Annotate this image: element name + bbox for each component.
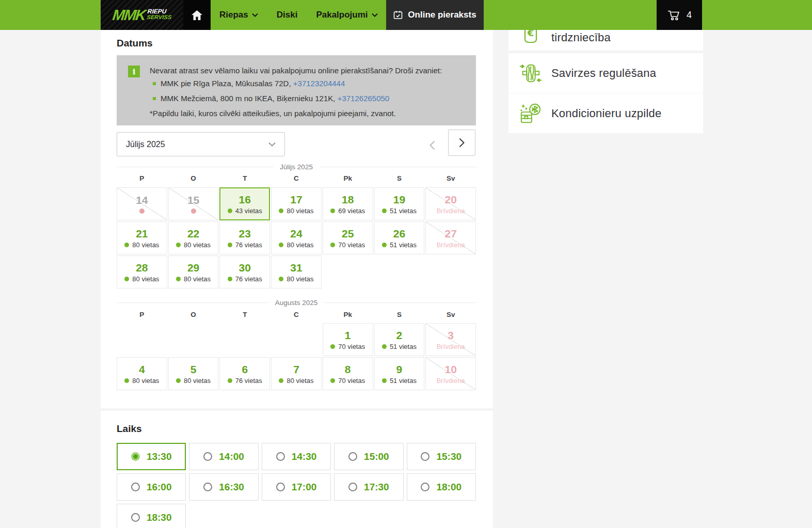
day-of-week-label: C [271,311,322,318]
chevron-down-icon [268,142,276,147]
day-number: 2 [396,329,403,342]
availability-text: 80 vietas [184,241,211,249]
laiks-title: Laiks [117,423,142,435]
pink-dot-icon [139,209,145,214]
availability-text: 80 vietas [184,275,211,283]
time-slot-15-00[interactable]: 15:00 [334,443,403,470]
next-month-button[interactable] [448,130,475,156]
calendar-month-divider: Jūlijs 2025 [117,163,476,171]
time-slot-14-30[interactable]: 14:30 [262,443,331,470]
calendar-month-label: Jūlijs 2025 [280,163,313,171]
time-slot-label: 18:00 [436,482,461,493]
calendar-day-9[interactable]: 951 vietas [374,357,425,390]
calendar-day-4[interactable]: 480 vietas [117,357,167,390]
info-box: i Nevarat atrast sev vēlamo laiku vai pa… [117,55,476,125]
day-number: 8 [345,363,351,376]
calendar-day-23[interactable]: 2376 vietas [219,221,270,254]
sidebar-card-kondicionieru-uzpilde[interactable]: Kondicionieru uzpilde [508,93,703,133]
time-slot-label: 13:30 [147,451,172,462]
online-pieraksts-label: Online pieraksts [408,10,476,20]
calendar-day-empty [425,255,476,289]
time-slot-grid: 13:3014:0014:3015:0015:3016:0016:3017:00… [117,443,476,528]
green-dot-icon [228,209,232,213]
time-slot-label: 18:30 [147,512,172,523]
calendar-day-19[interactable]: 1951 vietas [374,187,425,220]
time-slot-15-30[interactable]: 15:30 [407,443,476,470]
calendar-day-7[interactable]: 780 vietas [271,357,322,390]
day-of-week-label: P [117,174,167,182]
availability-text: 80 vietas [286,275,313,283]
time-slot-17-30[interactable]: 17:30 [334,473,403,501]
availability-text: 51 vietas [390,343,417,350]
calendar-day-26[interactable]: 2651 vietas [374,221,425,254]
day-of-week-label: S [374,174,425,182]
day-availability: 76 vietas [228,275,262,283]
calendar-day-21[interactable]: 2180 vietas [117,221,167,254]
chevron-right-icon [459,138,465,148]
calendar-day-25[interactable]: 2570 vietas [323,221,373,254]
nav-item-diski[interactable]: Diski [277,10,298,20]
day-availability: 80 vietas [124,275,159,283]
time-slot-13-30[interactable]: 13:30 [117,443,186,470]
time-slot-18-30[interactable]: 18:30 [117,504,186,528]
time-slot-18-00[interactable]: 18:00 [407,473,476,501]
calendar-day-2[interactable]: 251 vietas [374,323,425,356]
prev-month-button[interactable] [425,135,439,155]
calendar-day-16[interactable]: 1643 vietas [219,187,270,220]
green-dot-icon [176,243,181,247]
home-icon [192,10,202,20]
green-dot-icon [228,277,232,281]
cart-button[interactable]: 4 [657,0,702,30]
top-nav: MMK RIEPU SERVISS RiepasDiskiPakalpojumi… [0,0,812,30]
online-pieraksts-button[interactable]: Online pieraksts [386,0,484,30]
day-number: 19 [393,194,405,206]
calendar-day-5[interactable]: 580 vietas [168,357,219,390]
logo[interactable]: MMK RIEPU SERVISS [101,0,183,30]
day-of-week-header-row: POTCPkSSv [117,311,476,318]
calendar-day-8[interactable]: 870 vietas [323,357,373,390]
green-dot-icon [176,378,181,383]
day-number: 21 [136,228,148,240]
nav-item-riepas[interactable]: Riepas [219,10,258,20]
day-of-week-label: Pk [323,311,373,318]
nav-item-label: Riepas [219,10,248,20]
calendar-day-6[interactable]: 676 vietas [219,357,270,390]
month-select-dropdown[interactable]: Jūlijs 2025 [117,132,285,156]
day-of-week-label: T [219,311,270,318]
chevron-left-icon [429,140,435,150]
calendar-day-15: 15 [168,187,219,220]
time-slot-16-00[interactable]: 16:00 [117,473,186,501]
day-availability: 43 vietas [228,207,262,215]
day-number: 7 [293,363,299,376]
availability-text: 51 vietas [390,377,417,385]
availability-text: 80 vietas [286,207,313,215]
calendar-day-empty [323,255,373,289]
calendar-day-22[interactable]: 2280 vietas [168,221,219,254]
calendar-day-18[interactable]: 1869 vietas [323,187,373,220]
sidebar-card-label: Kondicionieru uzpilde [551,107,661,120]
day-number: 18 [342,194,354,206]
calendar-day-30[interactable]: 3076 vietas [219,255,270,289]
phone-link[interactable]: +37126265050 [338,94,390,103]
time-slot-label: 15:30 [436,451,461,462]
day-number: 6 [242,363,248,376]
radio-icon [131,483,140,491]
nav-item-pakalpojumi[interactable]: Pakalpojumi [316,10,377,20]
availability-text: 80 vietas [132,377,159,385]
sidebar-card-savirzes-regulesana[interactable]: Savirzes regulēšana [508,53,703,93]
time-slot-17-00[interactable]: 17:00 [262,473,331,501]
calendar-day-24[interactable]: 2480 vietas [271,221,322,254]
time-slot-label: 16:30 [219,482,244,493]
calendar-day-28[interactable]: 2880 vietas [117,255,167,289]
time-slot-14-00[interactable]: 14:00 [189,443,258,470]
time-slot-label: 17:30 [364,482,389,493]
calendar-day-29[interactable]: 2980 vietas [168,255,219,289]
phone-link[interactable]: +37123204444 [293,79,345,88]
sidebar-card-label: Savirzes regulēšana [551,67,656,80]
calendar-day-1[interactable]: 170 vietas [323,323,373,356]
datums-panel: Datums i Nevarat atrast sev vēlamo laiku… [101,30,493,408]
home-button[interactable] [183,0,211,30]
calendar-day-31[interactable]: 3180 vietas [271,255,322,289]
calendar-day-17[interactable]: 1780 vietas [271,187,322,220]
time-slot-16-30[interactable]: 16:30 [189,473,258,501]
